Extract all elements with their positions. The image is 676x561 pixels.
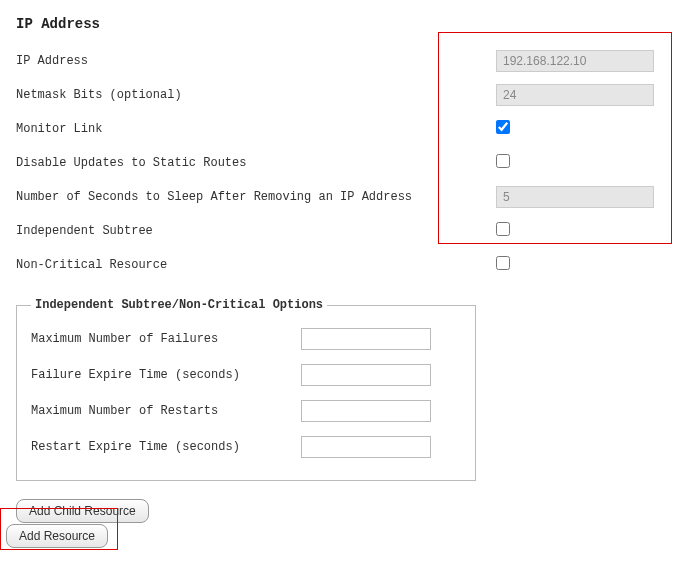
checkbox-monitor[interactable] [496, 120, 510, 134]
label-disable-updates: Disable Updates to Static Routes [16, 156, 496, 170]
input-fail-expire[interactable] [301, 364, 431, 386]
label-restart-expire: Restart Expire Time (seconds) [31, 440, 301, 454]
row-fail-expire: Failure Expire Time (seconds) [31, 364, 461, 386]
options-fieldset: Independent Subtree/Non-Critical Options… [16, 298, 476, 481]
label-noncrit: Non-Critical Resource [16, 258, 496, 272]
label-ip: IP Address [16, 54, 496, 68]
row-monitor: Monitor Link [16, 118, 660, 140]
label-max-failures: Maximum Number of Failures [31, 332, 301, 346]
checkbox-noncrit[interactable] [496, 256, 510, 270]
row-ip: IP Address [16, 50, 660, 72]
ip-address-panel: IP Address IP Address Netmask Bits (opti… [0, 0, 676, 533]
label-netmask: Netmask Bits (optional) [16, 88, 496, 102]
label-indep: Independent Subtree [16, 224, 496, 238]
add-resource-button[interactable]: Add Resource [6, 524, 108, 533]
row-netmask: Netmask Bits (optional) [16, 84, 660, 106]
row-max-restarts: Maximum Number of Restarts [31, 400, 461, 422]
add-child-resource-button[interactable]: Add Child Resource [16, 499, 149, 523]
options-legend: Independent Subtree/Non-Critical Options [31, 298, 327, 312]
input-max-failures[interactable] [301, 328, 431, 350]
row-restart-expire: Restart Expire Time (seconds) [31, 436, 461, 458]
input-sleep[interactable] [496, 186, 654, 208]
row-sleep: Number of Seconds to Sleep After Removin… [16, 186, 660, 208]
label-max-restarts: Maximum Number of Restarts [31, 404, 301, 418]
input-ip[interactable] [496, 50, 654, 72]
checkbox-disable-updates[interactable] [496, 154, 510, 168]
input-netmask[interactable] [496, 84, 654, 106]
row-indep: Independent Subtree [16, 220, 660, 242]
label-fail-expire: Failure Expire Time (seconds) [31, 368, 301, 382]
label-sleep: Number of Seconds to Sleep After Removin… [16, 190, 496, 204]
checkbox-indep[interactable] [496, 222, 510, 236]
label-monitor: Monitor Link [16, 122, 496, 136]
input-restart-expire[interactable] [301, 436, 431, 458]
input-max-restarts[interactable] [301, 400, 431, 422]
page-title: IP Address [16, 16, 660, 32]
row-max-failures: Maximum Number of Failures [31, 328, 461, 350]
row-noncrit: Non-Critical Resource [16, 254, 660, 276]
row-disable-updates: Disable Updates to Static Routes [16, 152, 660, 174]
